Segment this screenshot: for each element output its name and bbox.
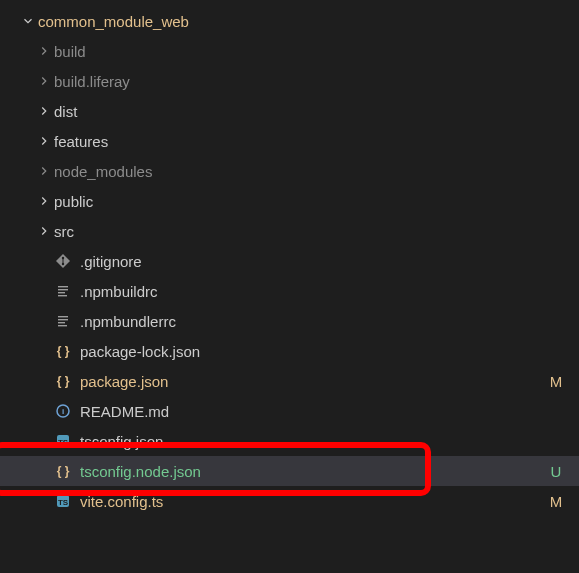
svg-rect-9 [58,322,65,323]
item-label: README.md [80,403,547,420]
svg-text:{ }: { } [57,374,70,388]
item-label: public [54,193,547,210]
lines-icon [54,312,72,330]
file-tree: common_module_web buildbuild.liferaydist… [0,0,579,516]
item-label: features [54,133,547,150]
svg-text:{ }: { } [57,464,70,478]
svg-rect-4 [58,289,68,290]
lines-icon [54,282,72,300]
chevron-right-icon [36,133,52,149]
file-item--gitignore[interactable]: .gitignore [0,246,579,276]
folder-item-build-liferay[interactable]: build.liferay [0,66,579,96]
file-item--npmbundlerrc[interactable]: .npmbundlerrc [0,306,579,336]
git-status-badge: U [547,463,565,480]
item-label: .npmbuildrc [80,283,547,300]
file-item-tsconfig-node-json[interactable]: { }tsconfig.node.jsonU [0,456,579,486]
root-folder[interactable]: common_module_web [0,6,579,36]
ts-icon: TS [54,432,72,450]
folder-item-public[interactable]: public [0,186,579,216]
chevron-right-icon [36,193,52,209]
item-label: src [54,223,547,240]
item-label: .npmbundlerrc [80,313,547,330]
git-icon [54,252,72,270]
file-item--npmbuildrc[interactable]: .npmbuildrc [0,276,579,306]
item-label: vite.config.ts [80,493,547,510]
file-item-vite-config-ts[interactable]: TSvite.config.tsM [0,486,579,516]
chevron-right-icon [36,163,52,179]
folder-item-features[interactable]: features [0,126,579,156]
item-label: tsconfig.node.json [80,463,547,480]
item-label: node_modules [54,163,547,180]
svg-text:TS: TS [58,438,69,447]
item-label: build.liferay [54,73,547,90]
folder-item-node-modules[interactable]: node_modules [0,156,579,186]
item-label: dist [54,103,547,120]
svg-rect-10 [58,325,67,326]
svg-text:i: i [62,407,64,416]
json-icon: { } [54,462,72,480]
git-status-badge: M [547,493,565,510]
item-label: package.json [80,373,547,390]
svg-rect-7 [58,316,68,317]
chevron-right-icon [36,103,52,119]
chevron-right-icon [36,43,52,59]
item-label: .gitignore [80,253,547,270]
file-item-tsconfig-json[interactable]: TStsconfig.json [0,426,579,456]
svg-text:TS: TS [58,498,69,507]
svg-rect-6 [58,295,67,296]
svg-rect-8 [58,319,68,320]
root-label: common_module_web [38,13,547,30]
item-label: build [54,43,547,60]
chevron-down-icon [20,13,36,29]
md-icon: i [54,402,72,420]
file-item-package-json[interactable]: { }package.jsonM [0,366,579,396]
chevron-right-icon [36,73,52,89]
folder-item-dist[interactable]: dist [0,96,579,126]
ts-icon: TS [54,492,72,510]
item-label: package-lock.json [80,343,547,360]
json-icon: { } [54,342,72,360]
file-item-package-lock-json[interactable]: { }package-lock.json [0,336,579,366]
json-icon: { } [54,372,72,390]
folder-item-src[interactable]: src [0,216,579,246]
chevron-right-icon [36,223,52,239]
svg-text:{ }: { } [57,344,70,358]
git-status-badge: M [547,373,565,390]
file-item-readme-md[interactable]: iREADME.md [0,396,579,426]
folder-item-build[interactable]: build [0,36,579,66]
svg-rect-3 [58,286,68,287]
svg-rect-5 [58,292,65,293]
item-label: tsconfig.json [80,433,547,450]
